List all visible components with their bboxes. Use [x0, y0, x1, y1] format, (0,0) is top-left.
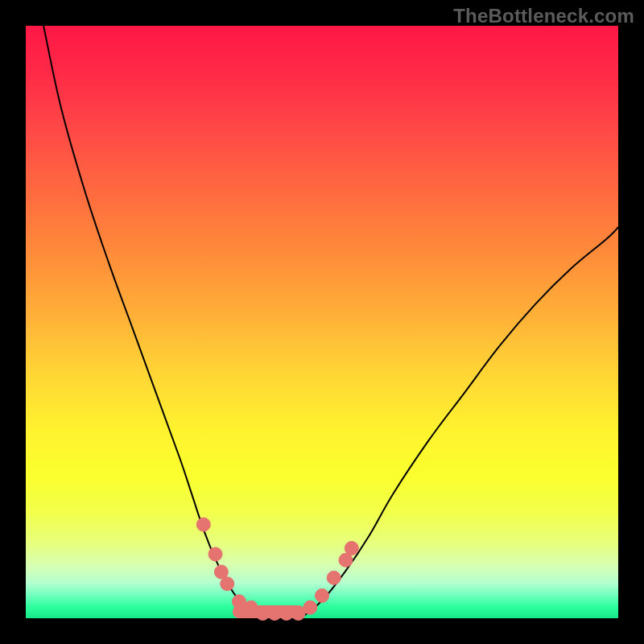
curve-marker: [327, 571, 341, 584]
curve-marker: [196, 518, 210, 531]
curve-svg: [26, 26, 618, 618]
bottleneck-curve: [43, 26, 618, 620]
curve-marker: [303, 601, 317, 614]
watermark-text: TheBottleneck.com: [453, 5, 634, 27]
curve-marker: [345, 542, 358, 555]
plot-area: [26, 26, 618, 618]
curve-marker: [316, 588, 329, 602]
curve-marker: [221, 577, 234, 591]
marker-group: [196, 518, 358, 620]
chart-frame: TheBottleneck.com: [0, 0, 644, 644]
curve-marker: [208, 547, 222, 561]
